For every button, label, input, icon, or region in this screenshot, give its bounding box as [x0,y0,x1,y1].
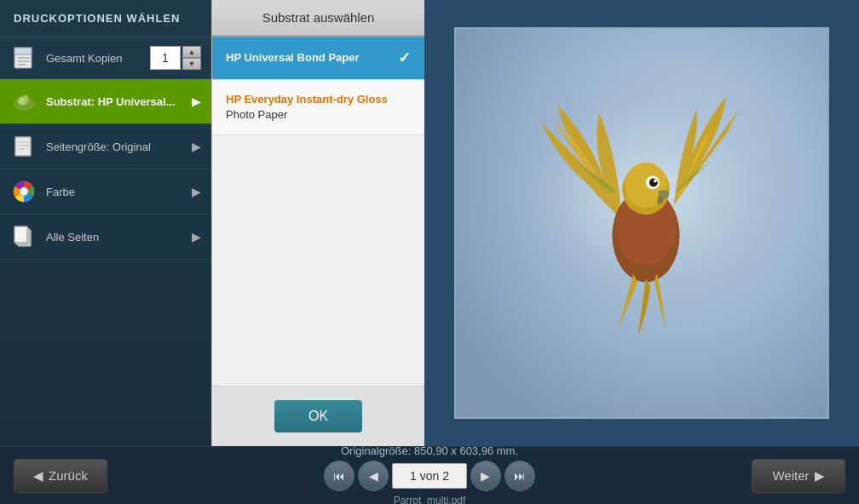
farbe-label: Farbe [46,186,192,198]
spinner-up[interactable]: ▲ [182,46,201,58]
filename-row: Parrot_multi.pdf [107,495,752,504]
sidebar-header: DRUCKOPTIONEN WÄHLEN [0,0,211,37]
original-size-text: Originalgröße: 850,90 x 603,96 mm. [341,444,518,457]
nav-first-button[interactable]: ⏮ [324,461,355,491]
back-button[interactable]: ◀ Zurück [14,459,107,493]
back-label: Zurück [49,468,88,483]
svg-rect-7 [15,137,31,156]
alleseiten-arrow: ▶ [192,230,201,243]
spinner-down[interactable]: ▼ [182,58,201,70]
gloss-part1: HP Everyday Instant-dry Gloss [226,93,388,106]
substrat-arrow: ▶ [192,94,201,108]
seitengroesse-label: Seitengröße: Original [46,140,192,153]
svg-point-6 [18,97,25,104]
dropdown-item-bond[interactable]: HP Universal Bond Paper ✓ [212,37,424,80]
svg-rect-1 [14,48,32,54]
kopien-label: Gesamt Kopien [46,52,150,65]
sidebar: DRUCKOPTIONEN WÄHLEN Gesamt Kopien 1 ▲ ▼ [0,0,211,446]
paper-icon [10,44,37,72]
next-button[interactable]: Weiter ▶ [752,459,845,493]
back-arrow-icon: ◀ [33,468,43,484]
bottom-bar: ◀ Zurück Originalgröße: 850,90 x 603,96 … [0,446,859,504]
dropdown-list: HP Universal Bond Paper ✓ HP Everyday In… [212,37,424,386]
sidebar-item-seitengroesse[interactable]: Seitengröße: Original ▶ [0,124,211,169]
dropdown-item-bond-label: HP Universal Bond Paper [226,50,360,66]
kopien-input[interactable]: 1 [150,46,181,70]
nav-controls: ⏮ ◀ 1 von 2 ▶ ⏭ [324,461,535,491]
next-arrow-icon: ▶ [815,468,825,484]
substrat-label: Substrat: HP Universal... [46,95,192,108]
preview-image [454,27,829,419]
kopien-spinner: ▲ ▼ [182,46,201,70]
dropdown-item-gloss[interactable]: HP Everyday Instant-dry Gloss Photo Pape… [212,80,424,135]
farbe-icon [10,178,37,205]
nav-next-button[interactable]: ▶ [470,461,501,491]
gloss-part2: Photo Paper [226,108,287,121]
next-label: Weiter [772,468,809,483]
substrat-icon [10,88,37,115]
svg-point-12 [20,187,28,196]
bottom-center: Originalgröße: 850,90 x 603,96 mm. ⏮ ◀ 1… [107,444,752,504]
farbe-arrow: ▶ [192,185,201,198]
ok-button[interactable]: OK [274,400,362,432]
svg-point-24 [654,179,657,182]
kopien-row: Gesamt Kopien 1 ▲ ▼ [0,37,211,79]
alleseiten-icon [10,223,37,250]
svg-point-23 [649,178,658,186]
alleseiten-label: Alle Seiten [46,231,192,243]
middle-panel: Substrat auswählen HP Universal Bond Pap… [211,0,424,446]
seitengroesse-arrow: ▶ [192,140,201,153]
nav-prev-button[interactable]: ◀ [358,461,389,491]
main-area: DRUCKOPTIONEN WÄHLEN Gesamt Kopien 1 ▲ ▼ [0,0,859,446]
sidebar-item-farbe[interactable]: Farbe ▶ [0,169,211,215]
nav-last-button[interactable]: ⏭ [504,461,535,491]
page-indicator: 1 von 2 [392,463,467,489]
filename-text: Parrot_multi.pdf [394,495,466,504]
checkmark-icon: ✓ [398,49,411,67]
panel-footer: OK [212,386,424,446]
svg-rect-15 [14,226,27,243]
panel-header: Substrat auswählen [212,0,424,37]
sidebar-item-alleseiten[interactable]: Alle Seiten ▶ [0,215,211,260]
dropdown-item-gloss-label: HP Everyday Instant-dry Gloss Photo Pape… [226,92,388,123]
sidebar-item-substrat[interactable]: Substrat: HP Universal... ▶ [0,79,211,124]
preview-panel [424,0,859,446]
seitengroesse-icon [10,133,37,160]
kopien-controls: 1 ▲ ▼ [150,46,201,70]
